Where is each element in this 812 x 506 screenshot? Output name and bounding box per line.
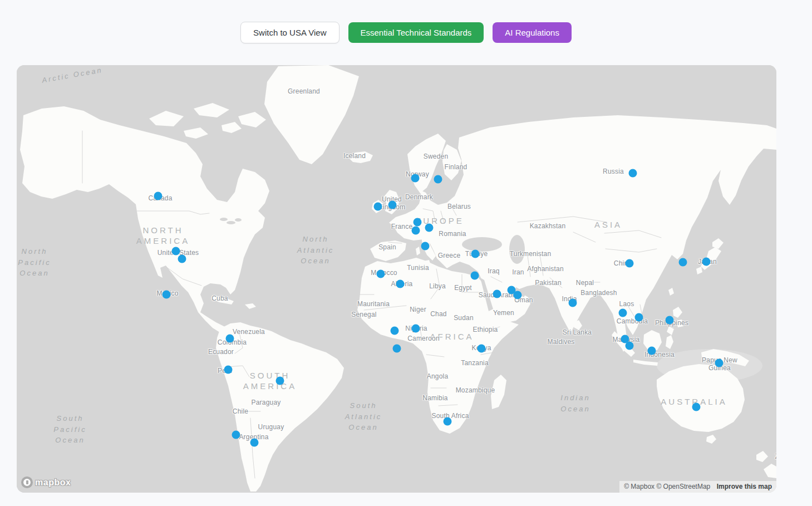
marker-norway[interactable] (411, 174, 420, 183)
marker-switzerland[interactable] (412, 227, 420, 235)
marker-argentina[interactable] (250, 439, 259, 447)
marker-peru[interactable] (224, 366, 233, 374)
marker-indonesia[interactable] (648, 347, 656, 355)
marker-ghana[interactable] (391, 327, 399, 335)
osm-attribution-link[interactable]: © OpenStreetMap (656, 483, 710, 490)
mapbox-logo[interactable]: mapbox (21, 476, 71, 488)
mapbox-attribution-link[interactable]: © Mapbox (624, 483, 654, 490)
marker-turkiye[interactable] (471, 250, 480, 258)
improve-map-link[interactable]: Improve this map (717, 483, 772, 490)
marker-uae[interactable] (514, 291, 522, 299)
marker-usa-east[interactable] (178, 255, 186, 263)
map-attribution: © Mapbox © OpenStreetMap Improve this ma… (619, 481, 776, 493)
marker-vietnam[interactable] (635, 313, 643, 322)
marker-india[interactable] (569, 299, 577, 307)
essential-technical-standards-button[interactable]: Essential Technical Standards (348, 22, 484, 43)
marker-china[interactable] (626, 259, 634, 268)
marker-united-kingdom[interactable] (388, 201, 397, 209)
marker-thailand[interactable] (619, 309, 627, 317)
marker-brazil[interactable] (276, 377, 284, 385)
marker-kenya[interactable] (478, 345, 486, 353)
toolbar: Switch to USA View Essential Technical S… (0, 0, 812, 48)
mapbox-logo-text: mapbox (35, 478, 71, 488)
marker-sweden[interactable] (434, 175, 442, 184)
marker-philippines[interactable] (666, 316, 674, 325)
ai-regulations-button[interactable]: AI Regulations (493, 22, 572, 43)
marker-mexico[interactable] (163, 291, 171, 299)
marker-sao-tome[interactable] (393, 345, 401, 353)
marker-italy[interactable] (421, 242, 430, 250)
marker-morocco[interactable] (377, 270, 385, 278)
marker-austria[interactable] (425, 224, 434, 232)
marker-singapore[interactable] (626, 342, 634, 350)
mapbox-logo-icon (21, 476, 33, 488)
marker-south-korea[interactable] (679, 258, 687, 267)
switch-usa-view-button[interactable]: Switch to USA View (240, 22, 339, 43)
marker-netherlands[interactable] (414, 218, 422, 227)
marker-colombia[interactable] (226, 335, 234, 343)
marker-australia[interactable] (692, 403, 701, 411)
marker-nigeria[interactable] (412, 325, 420, 333)
marker-japan[interactable] (702, 258, 711, 266)
world-map[interactable]: Arctic OceanNorth Pacific OceanNorth Atl… (17, 65, 776, 493)
marker-ireland[interactable] (374, 203, 382, 211)
marker-papua-new-guinea[interactable] (715, 359, 724, 367)
marker-russia[interactable] (629, 169, 637, 178)
marker-israel[interactable] (471, 272, 479, 280)
marker-chile[interactable] (232, 431, 240, 439)
map-marker-layer (17, 65, 776, 493)
marker-south-africa[interactable] (444, 417, 452, 426)
marker-canada[interactable] (154, 192, 163, 200)
marker-algeria[interactable] (396, 280, 405, 288)
marker-usa-west[interactable] (172, 247, 180, 256)
marker-saudi-arabia[interactable] (493, 290, 501, 298)
